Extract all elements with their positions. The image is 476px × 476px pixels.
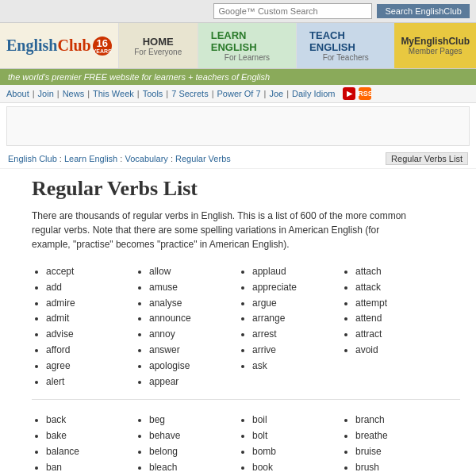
verb-col-1: begbehavebelongbleachblessblindblinkblot…	[135, 413, 238, 476]
list-item: attract	[355, 327, 444, 343]
list-item: attend	[355, 311, 444, 327]
breadcrumb-regular-verbs[interactable]: Regular Verbs	[175, 154, 231, 163]
list-item: agree	[46, 359, 135, 374]
list-item: book	[252, 460, 341, 476]
verb-section-1: backbakebalancebanbangbarebatbathebattle…	[32, 413, 460, 476]
join-link[interactable]: Join	[38, 89, 54, 98]
list-item: bake	[46, 428, 135, 444]
breadcrumb: English Club : Learn English : Vocabular…	[0, 149, 476, 169]
list-item: breathe	[355, 428, 444, 444]
main-nav: EnglishClub 16 YEARS HOME For Everyone L…	[0, 23, 476, 69]
verb-sections: acceptaddadmireadmitadviseaffordagreeale…	[32, 264, 460, 476]
years-badge: 16 YEARS	[93, 36, 112, 56]
this-week-link[interactable]: This Week	[93, 89, 134, 98]
list-item: arrest	[252, 327, 341, 343]
ad-banner	[6, 106, 470, 146]
list-item: bomb	[252, 444, 341, 460]
logo: EnglishClub 16 YEARS	[0, 23, 118, 68]
my-english-club[interactable]: MyEnglishClub Member Pages	[394, 23, 476, 68]
list-item: attempt	[355, 296, 444, 312]
list-item: admit	[46, 311, 135, 327]
list-item: brush	[355, 460, 444, 476]
list-item: attach	[355, 264, 444, 280]
tagline: the world's premier FREE website for lea…	[0, 69, 476, 85]
list-item: arrange	[252, 311, 341, 327]
intro-text: There are thousands of regular verbs in …	[32, 209, 413, 251]
list-item: balance	[46, 444, 135, 460]
nav-home[interactable]: HOME For Everyone	[118, 23, 198, 68]
list-item: amuse	[149, 280, 238, 296]
list-item: branch	[355, 413, 444, 428]
list-item: beg	[149, 413, 238, 428]
news-link[interactable]: News	[63, 89, 85, 98]
list-item: argue	[252, 296, 341, 312]
rss-icon[interactable]: RSS	[359, 87, 371, 100]
tools-link[interactable]: Tools	[143, 89, 163, 98]
list-item: allow	[149, 264, 238, 280]
current-page-label: Regular Verbs List	[386, 152, 468, 165]
list-item: answer	[149, 343, 238, 359]
list-item: behave	[149, 428, 238, 444]
list-item: bleach	[149, 460, 238, 476]
breadcrumb-vocabulary[interactable]: Vocabulary	[125, 154, 167, 163]
verb-columns: acceptaddadmireadmitadviseaffordagreeale…	[32, 264, 460, 390]
daily-idiom-link[interactable]: Daily Idiom	[292, 89, 335, 98]
verb-col-2: applaudappreciatearguearrangearrestarriv…	[238, 264, 341, 390]
list-item: boil	[252, 413, 341, 428]
list-item: ask	[252, 359, 341, 374]
list-item: annoy	[149, 327, 238, 343]
search-input[interactable]	[213, 3, 372, 19]
list-item: avoid	[355, 343, 444, 359]
verb-col-1: allowamuseanalyseannounceannoyanswerapol…	[135, 264, 238, 390]
verb-col-0: backbakebalancebanbangbarebatbathebattle…	[32, 413, 135, 476]
verb-section-0: acceptaddadmireadmitadviseaffordagreeale…	[32, 264, 460, 400]
joe-link[interactable]: Joe	[269, 89, 283, 98]
list-item: afford	[46, 343, 135, 359]
list-item: appreciate	[252, 280, 341, 296]
verb-col-3: branchbreathebruisebrushbubblebumpburnbu…	[341, 413, 444, 476]
7-secrets-link[interactable]: 7 Secrets	[171, 89, 208, 98]
about-link[interactable]: About	[6, 89, 29, 98]
section-divider	[32, 399, 460, 400]
verb-col-2: boilboltbombbookboreborrowbouncebowboxbr…	[238, 413, 341, 476]
verb-columns: backbakebalancebanbangbarebatbathebattle…	[32, 413, 460, 476]
list-item: apologise	[149, 359, 238, 374]
list-item: bolt	[252, 428, 341, 444]
list-item: admire	[46, 296, 135, 312]
verb-col-0: acceptaddadmireadmitadviseaffordagreeale…	[32, 264, 135, 390]
nav-items: HOME For Everyone LEARN ENGLISH For Lear…	[118, 23, 476, 68]
list-item: alert	[46, 374, 135, 390]
secondary-nav: About | Join | News | This Week | Tools …	[0, 85, 476, 103]
nav-teach[interactable]: TEACH ENGLISH For Teachers	[296, 23, 394, 68]
verb-col-3: attachattackattemptattendattractavoid	[341, 264, 444, 390]
list-item: advise	[46, 327, 135, 343]
search-button[interactable]: Search EnglishClub	[377, 4, 470, 18]
nav-learn[interactable]: LEARN ENGLISH For Learners	[198, 23, 296, 68]
list-item: arrive	[252, 343, 341, 359]
social-icons: ▶ RSS	[343, 87, 371, 100]
list-item: appear	[149, 374, 238, 390]
list-item: ban	[46, 460, 135, 476]
list-item: applaud	[252, 264, 341, 280]
list-item: back	[46, 413, 135, 428]
logo-text: EnglishClub	[6, 36, 91, 55]
list-item: bruise	[355, 444, 444, 460]
youtube-icon[interactable]: ▶	[343, 87, 355, 100]
list-item: belong	[149, 444, 238, 460]
breadcrumb-english-club[interactable]: English Club	[8, 154, 57, 163]
list-item: add	[46, 280, 135, 296]
top-search-bar: Search EnglishClub	[0, 0, 476, 23]
list-item: accept	[46, 264, 135, 280]
breadcrumb-links: English Club : Learn English : Vocabular…	[8, 154, 231, 163]
main-content: Regular Verbs List There are thousands o…	[0, 169, 476, 476]
list-item: attack	[355, 280, 444, 296]
page-title: Regular Verbs List	[32, 177, 460, 201]
list-item: announce	[149, 311, 238, 327]
breadcrumb-learn-english[interactable]: Learn English	[64, 154, 117, 163]
list-item: analyse	[149, 296, 238, 312]
power-of-7-link[interactable]: Power Of 7	[217, 89, 261, 98]
